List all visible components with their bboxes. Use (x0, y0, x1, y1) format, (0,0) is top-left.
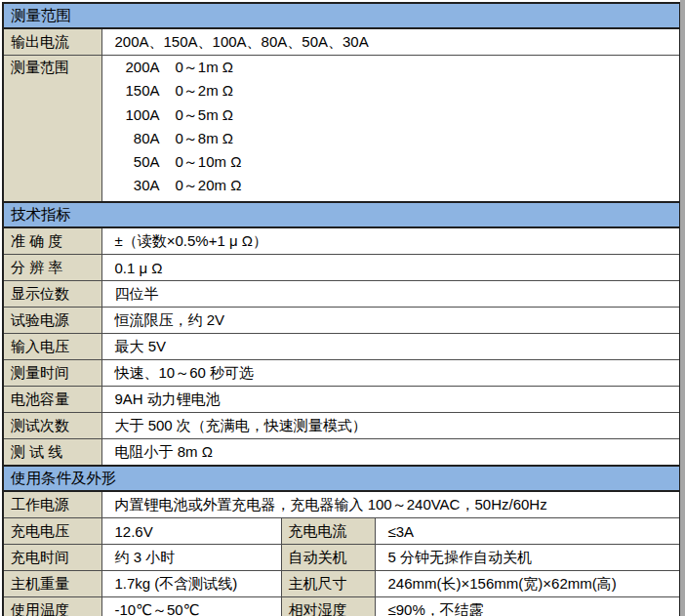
row-label-test-lead: 测 试 线 (3, 439, 101, 467)
row-value-host-weight: 1.7kg (不含测试线) (101, 571, 281, 597)
row-value-operating-temp: -10℃～50℃ (101, 597, 281, 616)
spec-row: 试验电源 恒流限压，约 2V (3, 308, 680, 334)
row-value-battery-capacity: 9AH 动力锂电池 (101, 387, 680, 413)
spec-grid-row: 使用温度 -10℃～50℃ 相对湿度 ≤90%，不结露 (3, 597, 680, 616)
range-line: 150A0～2m Ω (115, 79, 680, 103)
row-label-measure-range: 测量范围 (3, 56, 101, 203)
spec-row: 分 辨 率 0.1 μ Ω (3, 255, 680, 281)
row-label-relative-humidity: 相对湿度 (281, 597, 375, 616)
range-value: 0～5m Ω (176, 106, 234, 123)
range-amp: 50A (115, 150, 160, 174)
row-label-host-weight: 主机重量 (3, 571, 101, 597)
row-label-charge-voltage: 充电电压 (3, 518, 101, 545)
row-value-relative-humidity: ≤90%，不结露 (375, 597, 680, 616)
section-title-usage-conditions: 使用条件及外形 (3, 466, 680, 491)
row-label-test-count: 测试次数 (3, 413, 101, 439)
row-value-display-digits: 四位半 (101, 281, 680, 308)
spec-row: 电池容量 9AH 动力锂电池 (3, 387, 680, 413)
range-amp: 30A (115, 174, 160, 197)
row-value-output-current: 200A、150A、100A、80A、50A、30A (101, 28, 680, 56)
spec-sheet-page: 测量范围 输出电流 200A、150A、100A、80A、50A、30A 测量范… (0, 0, 685, 616)
row-value-test-count: 大于 500 次（充满电，快速测量模式） (101, 413, 680, 439)
range-amp: 150A (115, 79, 160, 103)
spec-row: 工作电源 内置锂电池或外置充电器，充电器输入 100～240VAC，50Hz/6… (3, 491, 680, 518)
row-value-charge-time: 约 3 小时 (101, 545, 281, 571)
row-label-auto-shutdown: 自动关机 (281, 545, 375, 571)
row-label-host-size: 主机尺寸 (281, 571, 375, 597)
row-label-accuracy: 准 确 度 (3, 227, 101, 255)
row-label-working-power: 工作电源 (3, 491, 101, 518)
row-label-display-digits: 显示位数 (3, 281, 101, 308)
spec-row: 测试次数 大于 500 次（充满电，快速测量模式） (3, 413, 680, 439)
spec-row: 测 试 线 电阻小于 8m Ω (3, 439, 680, 467)
row-label-resolution: 分 辨 率 (3, 255, 101, 281)
row-value-test-power: 恒流限压，约 2V (101, 308, 680, 334)
spec-row: 输出电流 200A、150A、100A、80A、50A、30A (3, 28, 680, 56)
row-value-resolution: 0.1 μ Ω (101, 255, 680, 281)
range-line: 30A0～20m Ω (115, 174, 680, 197)
row-label-output-current: 输出电流 (3, 28, 101, 56)
section-header-row: 使用条件及外形 (3, 466, 680, 491)
spec-row: 准 确 度 ±（读数×0.5%+1 μ Ω） (3, 227, 680, 255)
section-header-row: 技术指标 (3, 202, 680, 227)
range-amp: 100A (115, 103, 160, 127)
spec-row: 显示位数 四位半 (3, 281, 680, 308)
range-value: 0～2m Ω (176, 82, 234, 99)
page-edge-strip (680, 0, 685, 616)
row-value-charge-voltage: 12.6V (101, 518, 281, 545)
row-label-charge-time: 充电时间 (3, 545, 101, 571)
range-value: 0～1m Ω (176, 59, 234, 75)
section-title-tech-specs: 技术指标 (3, 202, 680, 227)
spec-row: 测量时间 快速、10～60 秒可选 (3, 360, 680, 387)
row-value-charge-current: ≤3A (375, 518, 680, 545)
range-value: 0～20m Ω (176, 177, 242, 193)
spec-grid-row: 充电电压 12.6V 充电电流 ≤3A (3, 518, 680, 545)
range-line: 80A0～8m Ω (115, 127, 680, 150)
row-label-input-voltage: 输入电压 (3, 334, 101, 360)
spec-table: 测量范围 输出电流 200A、150A、100A、80A、50A、30A 测量范… (2, 2, 681, 616)
row-value-working-power: 内置锂电池或外置充电器，充电器输入 100～240VAC，50Hz/60Hz (101, 491, 680, 518)
range-line: 200A0～1m Ω (115, 56, 680, 79)
row-value-host-size: 246mm(长)×156mm(宽)×62mm(高) (375, 571, 680, 597)
row-value-test-lead: 电阻小于 8m Ω (101, 439, 680, 467)
section-title-measurement-range: 测量范围 (3, 3, 680, 28)
section-header-row: 测量范围 (3, 3, 680, 28)
range-line: 100A0～5m Ω (115, 103, 680, 127)
range-value: 0～8m Ω (176, 130, 234, 146)
spec-grid-row: 充电时间 约 3 小时 自动关机 5 分钟无操作自动关机 (3, 545, 680, 571)
spec-row: 输入电压 最大 5V (3, 334, 680, 360)
row-label-charge-current: 充电电流 (281, 518, 375, 545)
range-amp: 200A (115, 56, 160, 79)
row-label-battery-capacity: 电池容量 (3, 387, 101, 413)
range-amp: 80A (115, 127, 160, 150)
row-label-measure-time: 测量时间 (3, 360, 101, 387)
row-label-test-power: 试验电源 (3, 308, 101, 334)
row-value-measure-range: 200A0～1m Ω 150A0～2m Ω 100A0～5m Ω 80A0～8m… (101, 56, 680, 203)
range-value: 0～10m Ω (176, 153, 242, 170)
range-line: 50A0～10m Ω (115, 150, 680, 174)
row-value-auto-shutdown: 5 分钟无操作自动关机 (375, 545, 680, 571)
row-value-measure-time: 快速、10～60 秒可选 (101, 360, 680, 387)
row-label-operating-temp: 使用温度 (3, 597, 101, 616)
row-value-accuracy: ±（读数×0.5%+1 μ Ω） (101, 227, 680, 255)
row-value-input-voltage: 最大 5V (101, 334, 680, 360)
spec-grid-row: 主机重量 1.7kg (不含测试线) 主机尺寸 246mm(长)×156mm(宽… (3, 571, 680, 597)
spec-row-measure-ranges: 测量范围 200A0～1m Ω 150A0～2m Ω 100A0～5m Ω 80… (3, 56, 680, 203)
